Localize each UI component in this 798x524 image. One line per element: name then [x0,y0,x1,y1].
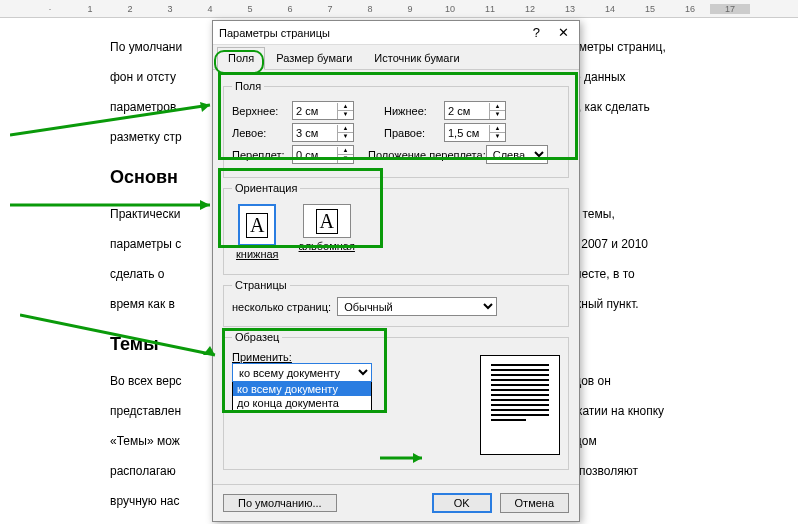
gutter-label: Переплет: [232,149,292,161]
sample-legend: Образец [232,331,282,343]
pages-legend: Страницы [232,279,290,291]
pages-fieldset: Страницы несколько страниц: Обычный [223,279,569,327]
orientation-legend: Ориентация [232,182,300,194]
close-button[interactable]: ✕ [554,25,573,40]
gutter-position-label: Положение переплета: [368,149,486,161]
orientation-fieldset: Ориентация A книжная A альбомная [223,182,569,275]
apply-option-end[interactable]: до конца документа [233,396,371,410]
top-margin-input[interactable]: ▲▼ [292,101,354,120]
help-button[interactable]: ? [529,25,544,40]
dialog-tabs: Поля Размер бумаги Источник бумаги [213,45,579,70]
top-margin-label: Верхнее: [232,105,292,117]
page-preview [480,355,560,455]
default-button[interactable]: По умолчанию... [223,494,337,512]
ruler: ·1234567891011121314151617 [0,0,798,18]
right-margin-label: Правое: [384,127,444,139]
left-margin-input[interactable]: ▲▼ [292,123,354,142]
tab-paper-size[interactable]: Размер бумаги [265,47,363,69]
margins-fieldset: Поля Верхнее: ▲▼ Нижнее: ▲▼ Левое: ▲▼ Пр… [223,80,569,178]
bottom-margin-label: Нижнее: [384,105,444,117]
orientation-landscape[interactable]: A альбомная [299,204,355,260]
multipage-select[interactable]: Обычный [337,297,497,316]
apply-select[interactable]: ко всему документу [232,363,372,382]
sample-fieldset: Образец Применить: ко всему документу ко… [223,331,569,470]
right-margin-input[interactable]: ▲▼ [444,123,506,142]
landscape-icon: A [303,204,351,238]
multipage-label: несколько страниц: [232,301,331,313]
margins-legend: Поля [232,80,264,92]
tab-fields[interactable]: Поля [217,47,265,70]
bottom-margin-input[interactable]: ▲▼ [444,101,506,120]
apply-label: Применить: [232,351,460,363]
tab-paper-source[interactable]: Источник бумаги [363,47,470,69]
gutter-position-select[interactable]: Слева [486,145,548,164]
apply-option-whole[interactable]: ко всему документу [233,382,371,396]
dialog-title-text: Параметры страницы [219,27,330,39]
dialog-titlebar[interactable]: Параметры страницы ? ✕ [213,21,579,45]
apply-dropdown-list[interactable]: ко всему документу до конца документа [232,381,372,411]
portrait-icon: A [238,204,276,246]
page-setup-dialog: Параметры страницы ? ✕ Поля Размер бумаг… [212,20,580,522]
left-margin-label: Левое: [232,127,292,139]
gutter-input[interactable]: ▲▼ [292,145,354,164]
cancel-button[interactable]: Отмена [500,493,569,513]
orientation-portrait[interactable]: A книжная [236,204,279,260]
ok-button[interactable]: OK [432,493,492,513]
